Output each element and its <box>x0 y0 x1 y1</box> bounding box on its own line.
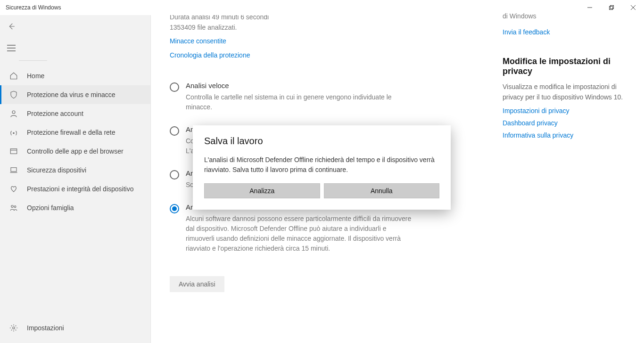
svg-point-17 <box>13 327 15 329</box>
privacy-statement-link[interactable]: Informativa sulla privacy <box>503 131 633 139</box>
allowed-threats-link[interactable]: Minacce consentite <box>170 37 226 45</box>
radio-icon[interactable] <box>170 204 179 213</box>
feedback-link[interactable]: Invia il feedback <box>503 28 633 36</box>
window-title: Sicurezza di Windows <box>6 4 61 11</box>
privacy-dashboard-link[interactable]: Dashboard privacy <box>503 119 633 127</box>
sidebar-item-label: Sicurezza dispositivi <box>27 166 86 174</box>
sidebar-item-label: Protezione account <box>27 110 83 117</box>
sidebar-item-label: Prestazioni e integrità del dispositivo <box>27 185 133 193</box>
scan-duration: Durata analisi 49 minuti 6 secondi <box>170 15 484 23</box>
sidebar-item-label: Opzioni famiglia <box>27 204 74 212</box>
radio-icon[interactable] <box>170 82 179 92</box>
scan-summary: Durata analisi 49 minuti 6 secondi 13534… <box>170 15 484 33</box>
scan-file-count: 1353409 file analizzati. <box>170 23 484 33</box>
sidebar-item-label: Impostazioni <box>27 324 64 332</box>
svg-rect-2 <box>611 6 614 9</box>
privacy-settings-link[interactable]: Impostazioni di privacy <box>503 107 633 114</box>
svg-point-15 <box>11 205 14 208</box>
option-desc: Alcuni software dannosi possono essere p… <box>186 214 412 253</box>
family-icon <box>9 203 18 212</box>
home-icon <box>9 71 18 81</box>
divider <box>19 60 47 61</box>
dialog-confirm-button[interactable]: Analizza <box>204 183 320 198</box>
dialog-body: L'analisi di Microsoft Defender Offline … <box>204 155 439 175</box>
sidebar-item-label: Protezione da virus e minacce <box>27 91 116 98</box>
hamburger-button[interactable] <box>0 39 23 57</box>
svg-point-16 <box>14 206 16 208</box>
shield-icon <box>9 90 18 99</box>
sidebar-item-settings[interactable]: Impostazioni <box>0 318 150 337</box>
truncated-heading: di Windows <box>503 12 633 20</box>
dialog-cancel-button[interactable]: Annulla <box>324 183 440 198</box>
svg-rect-1 <box>610 7 613 10</box>
privacy-settings-title: Modifica le impostazioni di privacy <box>503 57 633 76</box>
sidebar-item-label: Home <box>27 72 44 80</box>
sidebar-item-appcontrol[interactable]: Controllo delle app e del browser <box>0 142 150 161</box>
option-desc: Controlla le cartelle nel sistema in cui… <box>186 92 412 112</box>
start-scan-button[interactable]: Avvia analisi <box>170 276 224 292</box>
svg-point-9 <box>12 111 15 114</box>
sidebar-item-label: Controllo delle app e del browser <box>27 147 124 155</box>
sidebar: Home Protezione da virus e minacce Prote… <box>0 15 151 343</box>
scan-option-offline[interactable]: Analisi di Microsoft Defender Offline Al… <box>170 203 484 253</box>
option-title: Analisi veloce <box>186 82 412 90</box>
back-button[interactable] <box>0 17 23 36</box>
laptop-icon <box>9 165 18 175</box>
radio-icon[interactable] <box>170 170 179 180</box>
dialog-title: Salva il lavoro <box>204 136 439 147</box>
gear-icon <box>9 323 18 333</box>
window-icon <box>9 147 18 156</box>
sidebar-item-label: Protezione firewall e della rete <box>27 129 116 136</box>
privacy-settings-text: Visualizza e modifica le impostazioni di… <box>503 82 633 102</box>
heart-icon <box>9 184 18 194</box>
sidebar-item-device[interactable]: Sicurezza dispositivi <box>0 161 150 180</box>
sidebar-item-firewall[interactable]: Protezione firewall e della rete <box>0 123 150 142</box>
radio-icon[interactable] <box>170 126 179 136</box>
svg-rect-13 <box>11 168 17 172</box>
sidebar-item-home[interactable]: Home <box>0 66 150 85</box>
right-column: di Windows Invia il feedback Modifica le… <box>503 15 644 343</box>
sidebar-item-family[interactable]: Opzioni famiglia <box>0 198 150 217</box>
confirm-dialog: Salva il lavoro L'analisi di Microsoft D… <box>193 125 451 210</box>
sidebar-item-health[interactable]: Prestazioni e integrità del dispositivo <box>0 180 150 198</box>
wifi-icon <box>9 128 18 137</box>
scan-option-quick[interactable]: Analisi veloce Controlla le cartelle nel… <box>170 82 484 112</box>
sidebar-item-account[interactable]: Protezione account <box>0 104 150 123</box>
sidebar-item-virus[interactable]: Protezione da virus e minacce <box>0 85 150 104</box>
protection-history-link[interactable]: Cronologia della protezione <box>170 51 250 59</box>
svg-rect-11 <box>10 149 17 154</box>
person-icon <box>9 109 18 118</box>
svg-point-10 <box>13 132 14 133</box>
